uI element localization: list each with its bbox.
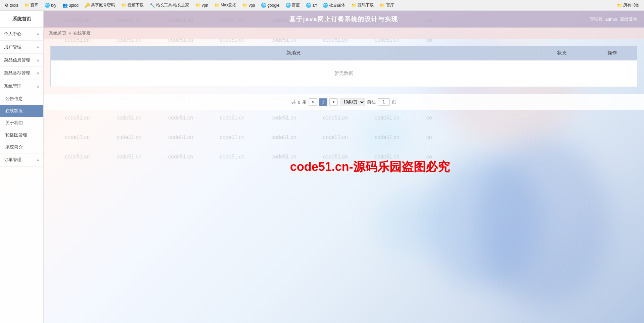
browser-toolbar: ⚙ tools 📁 百库 🌐 txy 👥 uplod 🔑 共享账号密码 📁 视频… (0, 0, 644, 11)
pagination-total-count: 0 (298, 100, 300, 105)
sidebar-section-dishtype: 菜品类型管理 ∨ (0, 67, 43, 80)
sidebar-section-users-header[interactable]: 用户管理 ∧ (0, 41, 43, 53)
pagination: 共 0 条 < 1 > 10条/页 前往 页 (44, 94, 644, 110)
toolbar-tools[interactable]: ⚙ tools (3, 2, 20, 8)
table-col-message: 新消息 (51, 46, 536, 60)
wrench-icon: 🔧 (150, 3, 155, 8)
sidebar-section-dishtype-header[interactable]: 菜品类型管理 ∨ (0, 67, 43, 80)
user-icon: 👥 (62, 3, 68, 8)
header-title: 基于java网上订餐系统的设计与实现 (289, 15, 398, 23)
toolbar-baiku2[interactable]: 📁 百库 (378, 2, 396, 9)
pagination-size-select[interactable]: 10条/页 (340, 98, 365, 106)
sidebar-item-announcement[interactable]: 公告信息 (0, 93, 43, 105)
app-container: code51.cn code51.cn code51.cn code51.cn … (0, 11, 644, 323)
web-icon-4: 🌐 (323, 3, 328, 8)
table-container: 新消息 状态 操作 暂无数据 (50, 46, 637, 87)
header-user-area: 管理员 admin 退出登录 (590, 16, 637, 22)
sidebar-item-online-service[interactable]: 在线客服 (0, 105, 43, 117)
toolbar-vps[interactable]: 📁 vps (240, 2, 257, 8)
toolbar-social[interactable]: 🌐 社交媒体 (321, 2, 347, 9)
table-header: 新消息 状态 操作 (51, 46, 637, 60)
toolbar-all-bookmarks[interactable]: 📁 所有书签 (615, 2, 641, 9)
logout-button[interactable]: 退出登录 (620, 16, 637, 22)
main-content: 基于java网上订餐系统的设计与实现 管理员 admin 退出登录 系统首页 ≡… (44, 11, 644, 323)
toolbar-video-dl[interactable]: 📁 视频下载 (119, 2, 146, 9)
key-icon: 🔑 (85, 3, 90, 8)
web-icon-0: 🌐 (45, 3, 50, 8)
header-user-label: 管理员 (590, 16, 603, 22)
web-icon-2: 🌐 (285, 3, 291, 8)
pagination-total-unit: 条 (302, 99, 307, 105)
pagination-goto-input[interactable] (378, 98, 390, 106)
table-body-empty: 暂无数据 (51, 60, 637, 87)
toolbar-google[interactable]: 🌐 google (259, 2, 281, 8)
sidebar-section-orders-header[interactable]: 订单管理 ∧ (0, 153, 43, 166)
chevron-down-icon-users: ∧ (37, 45, 39, 49)
chevron-down-icon-system: ∧ (37, 84, 39, 89)
toolbar-baiku[interactable]: 📁 百库 (22, 2, 41, 9)
bookmark-icon: 📁 (617, 3, 622, 8)
toolbar-share-pwd[interactable]: 🔑 共享账号密码 (83, 2, 117, 9)
table-empty-text: 暂无数据 (334, 71, 353, 77)
sidebar-section-system: 系统管理 ∧ 公告信息 在线客服 关于我们 轮播图管理 系统简介 (0, 80, 43, 153)
sidebar-item-about-us[interactable]: 关于我们 (0, 117, 43, 129)
web-icon-1: 🌐 (261, 3, 266, 8)
breadcrumb: 系统首页 ≡ 在线客服 (44, 28, 644, 39)
sidebar: 系统首页 个人中心 ∧ 用户管理 ∧ 菜品信息管理 ∧ 菜品类 (0, 11, 44, 323)
toolbar-baidu[interactable]: 🌐 百度 (283, 2, 302, 9)
table-col-status: 状态 (536, 46, 587, 60)
breadcrumb-separator: ≡ (68, 31, 71, 36)
breadcrumb-home[interactable]: 系统首页 (49, 30, 66, 36)
pagination-total-label: 共 (291, 99, 296, 105)
toolbar-aff[interactable]: 🌐 aff (304, 2, 319, 8)
chevron-down-icon-dishtype: ∨ (37, 71, 39, 76)
folder-icon-2: 📁 (195, 3, 201, 8)
pagination-next-button[interactable]: > (329, 98, 338, 106)
chevron-down-icon-personal: ∧ (37, 32, 39, 36)
toolbar-uplod[interactable]: 👥 uplod (60, 2, 80, 8)
content-area: 系统首页 ≡ 在线客服 新消息 状态 操作 暂无数据 共 0 条 (44, 28, 644, 323)
chevron-down-icon-orders: ∧ (37, 158, 39, 162)
toolbar-txy[interactable]: 🌐 txy (43, 2, 58, 8)
pagination-goto-unit: 页 (392, 99, 396, 105)
toolbar-source-dl[interactable]: 📁 源码下载 (349, 2, 376, 9)
pagination-prev-button[interactable]: < (309, 98, 317, 106)
folder-icon-6: 📁 (380, 3, 385, 8)
sidebar-section-dishes-header[interactable]: 菜品信息管理 ∧ (0, 54, 43, 66)
tools-icon: ⚙ (5, 3, 9, 8)
breadcrumb-current: 在线客服 (73, 30, 91, 36)
sidebar-item-carousel[interactable]: 轮播图管理 (0, 129, 43, 141)
folder-icon-0: 📁 (24, 3, 30, 8)
header-username: admin (605, 17, 617, 22)
sidebar-logo[interactable]: 系统首页 (0, 11, 43, 28)
header: 基于java网上订餐系统的设计与实现 管理员 admin 退出登录 (44, 11, 644, 28)
folder-icon-5: 📁 (351, 3, 357, 8)
sidebar-section-users: 用户管理 ∧ (0, 41, 43, 54)
folder-icon-1: 📁 (121, 3, 126, 8)
chevron-down-icon-dishes: ∧ (37, 58, 39, 62)
folder-icon-4: 📁 (242, 3, 248, 8)
toolbar-vpn[interactable]: 📁 vpn (193, 2, 210, 8)
toolbar-webmaster[interactable]: 🔧 站长工具·站长之家 (148, 2, 191, 9)
toolbar-maxcloud[interactable]: 📁 Max云搭 (212, 2, 238, 9)
folder-icon-3: 📁 (214, 3, 220, 8)
web-icon-3: 🌐 (306, 3, 311, 8)
sidebar-section-personal: 个人中心 ∧ (0, 28, 43, 41)
sidebar-section-system-header[interactable]: 系统管理 ∧ (0, 80, 43, 93)
sidebar-item-system-intro[interactable]: 系统简介 (0, 141, 43, 153)
pagination-goto-label: 前往 (367, 99, 376, 105)
table-col-action: 操作 (587, 46, 637, 60)
sidebar-section-personal-header[interactable]: 个人中心 ∧ (0, 28, 43, 40)
sidebar-section-orders: 订单管理 ∧ (0, 153, 43, 167)
pagination-page-1-button[interactable]: 1 (319, 98, 327, 106)
sidebar-section-dishes: 菜品信息管理 ∧ (0, 54, 43, 67)
